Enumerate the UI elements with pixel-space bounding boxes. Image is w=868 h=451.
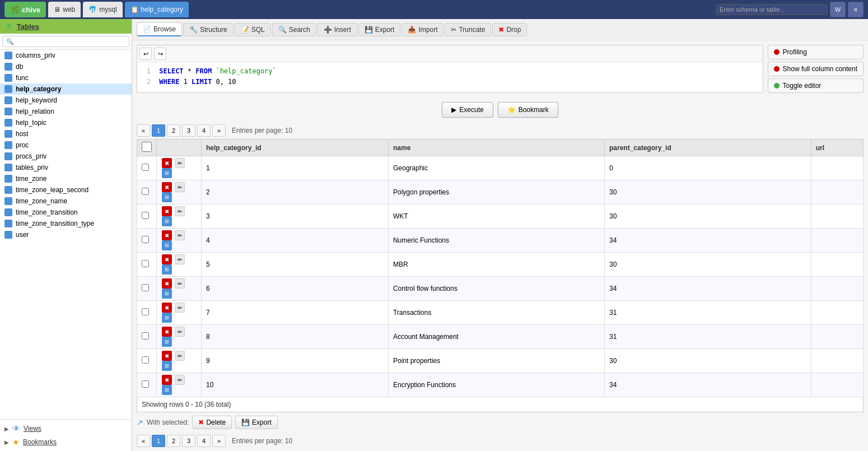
sidebar-item-proc[interactable]: proc <box>0 140 132 151</box>
copy-row-button[interactable]: ⊞ <box>162 216 172 226</box>
page-4-button-top[interactable]: 4 <box>197 124 211 137</box>
sidebar-item-procs-priv[interactable]: procs_priv <box>0 151 132 162</box>
toggle-editor-button[interactable]: Toggle editor <box>768 78 864 93</box>
row-checkbox[interactable] <box>142 212 149 219</box>
edit-row-button[interactable]: ✏ <box>175 351 185 361</box>
edit-row-button[interactable]: ✏ <box>175 158 185 168</box>
delete-row-button[interactable]: ✖ <box>162 230 172 240</box>
edit-row-button[interactable]: ✏ <box>175 230 185 240</box>
page-2-button-bottom[interactable]: 2 <box>167 435 180 447</box>
sidebar-bookmarks-section[interactable]: ▶ ★ Bookmarks <box>0 435 132 449</box>
copy-row-button[interactable]: ⊞ <box>162 337 172 347</box>
undo-button[interactable]: ↩ <box>139 48 152 60</box>
bookmark-button[interactable]: ⭐ Bookmark <box>498 102 558 118</box>
tab-web[interactable]: 🖥 web <box>48 2 81 17</box>
redo-button[interactable]: ↪ <box>154 48 166 60</box>
copy-row-button[interactable]: ⊞ <box>162 192 172 202</box>
edit-row-button[interactable]: ✏ <box>175 278 185 289</box>
chive-logo-tab[interactable]: 🌿 chive <box>4 2 46 17</box>
row-checkbox[interactable] <box>142 236 149 243</box>
delete-row-button[interactable]: ✖ <box>162 206 172 216</box>
profiling-button[interactable]: Profiling <box>768 45 864 59</box>
sidebar-item-time-zone-name[interactable]: time_zone_name <box>0 196 132 207</box>
tab-help-category[interactable]: 📋 help_category <box>125 2 189 17</box>
edit-row-button[interactable]: ✏ <box>175 206 185 216</box>
schema-search-input[interactable] <box>716 4 828 15</box>
edit-row-button[interactable]: ✏ <box>175 375 185 385</box>
row-checkbox[interactable] <box>142 260 149 267</box>
sidebar-item-time-zone-transition-type[interactable]: time_zone_transition_type <box>0 218 132 229</box>
insert-button[interactable]: ➕ Insert <box>318 23 357 36</box>
sidebar-item-tables-priv[interactable]: tables_priv <box>0 162 132 173</box>
delete-selected-button[interactable]: ✖ Delete <box>192 416 232 429</box>
sidebar-item-help-topic[interactable]: help_topic <box>0 117 132 128</box>
copy-row-button[interactable]: ⊞ <box>162 385 172 395</box>
show-full-column-button[interactable]: Show full column content <box>768 62 864 76</box>
sidebar-item-user[interactable]: user <box>0 229 132 240</box>
import-button[interactable]: 📥 Import <box>402 23 444 36</box>
next-page-button-top[interactable]: » <box>212 124 226 137</box>
delete-row-button[interactable]: ✖ <box>162 182 172 192</box>
edit-row-button[interactable]: ✏ <box>175 303 185 313</box>
browse-button[interactable]: 📄 Browse <box>137 22 182 36</box>
sidebar-item-time-zone[interactable]: time_zone <box>0 173 132 184</box>
delete-row-button[interactable]: ✖ <box>162 327 172 337</box>
page-3-button-top[interactable]: 3 <box>182 124 195 137</box>
sidebar-item-host[interactable]: host <box>0 128 132 140</box>
row-checkbox[interactable] <box>142 284 149 291</box>
schema-search-button[interactable]: W <box>830 2 846 17</box>
copy-row-button[interactable]: ⊞ <box>162 313 172 323</box>
sidebar-views-section[interactable]: ▶ 👁 Views <box>0 422 132 435</box>
next-page-button-bottom[interactable]: » <box>212 435 226 447</box>
export-button[interactable]: 💾 Export <box>358 23 401 36</box>
sidebar-item-db[interactable]: db <box>0 61 132 72</box>
truncate-button[interactable]: ✂ Truncate <box>445 23 491 36</box>
edit-row-button[interactable]: ✏ <box>175 182 185 192</box>
export-selected-button[interactable]: 💾 Export <box>235 416 278 429</box>
prev-page-button-bottom[interactable]: « <box>137 435 150 447</box>
page-2-button-top[interactable]: 2 <box>167 124 180 137</box>
sidebar-item-func[interactable]: func <box>0 72 132 83</box>
row-checkbox[interactable] <box>142 332 149 340</box>
sidebar-item-time-zone-transition[interactable]: time_zone_transition <box>0 207 132 218</box>
edit-row-button[interactable]: ✏ <box>175 327 185 337</box>
row-checkbox[interactable] <box>142 188 149 195</box>
delete-row-button[interactable]: ✖ <box>162 158 172 168</box>
page-3-button-bottom[interactable]: 3 <box>182 435 195 447</box>
copy-row-button[interactable]: ⊞ <box>162 361 172 371</box>
sidebar-tables-header[interactable]: ▼ Tables <box>0 19 132 34</box>
sidebar-item-help-category[interactable]: help_category <box>0 83 132 95</box>
delete-row-button[interactable]: ✖ <box>162 303 172 313</box>
page-1-button-bottom[interactable]: 1 <box>152 435 165 447</box>
tab-mysql[interactable]: 🐬 mysql <box>83 2 122 17</box>
search-button[interactable]: 🔍 Search <box>272 23 316 36</box>
row-checkbox[interactable] <box>142 308 149 315</box>
page-1-button-top[interactable]: 1 <box>152 124 165 137</box>
sidebar-item-help-relation[interactable]: help_relation <box>0 106 132 117</box>
sidebar-item-time-zone-leap-second[interactable]: time_zone_leap_second <box>0 184 132 196</box>
delete-row-button[interactable]: ✖ <box>162 278 172 289</box>
sql-content[interactable]: 1 SELECT * FROM `help_category` 2 WHERE … <box>137 63 763 91</box>
copy-row-button[interactable]: ⊞ <box>162 264 172 275</box>
copy-row-button[interactable]: ⊞ <box>162 168 172 178</box>
copy-row-button[interactable]: ⊞ <box>162 289 172 299</box>
page-4-button-bottom[interactable]: 4 <box>197 435 211 447</box>
row-checkbox[interactable] <box>142 356 149 364</box>
execute-button[interactable]: ▶ Execute <box>442 102 493 118</box>
delete-row-button[interactable]: ✖ <box>162 351 172 361</box>
delete-row-button[interactable]: ✖ <box>162 375 172 385</box>
drop-button[interactable]: ✖ Drop <box>492 23 527 36</box>
sidebar-item-help-keyword[interactable]: help_keyword <box>0 95 132 106</box>
sidebar-item-columns-priv[interactable]: columns_priv <box>0 50 132 61</box>
prev-page-button-top[interactable]: « <box>137 124 150 137</box>
copy-row-button[interactable]: ⊞ <box>162 240 172 250</box>
edit-row-button[interactable]: ✏ <box>175 254 185 264</box>
sql-button[interactable]: 📝 SQL <box>235 23 271 36</box>
schema-extra-button[interactable]: ≡ <box>848 2 864 17</box>
row-checkbox[interactable] <box>142 380 149 388</box>
select-all-checkbox[interactable] <box>142 142 152 152</box>
delete-row-button[interactable]: ✖ <box>162 254 172 264</box>
sidebar-search-input[interactable] <box>2 36 129 47</box>
structure-button[interactable]: 🔧 Structure <box>183 23 234 36</box>
row-checkbox[interactable] <box>142 164 149 171</box>
